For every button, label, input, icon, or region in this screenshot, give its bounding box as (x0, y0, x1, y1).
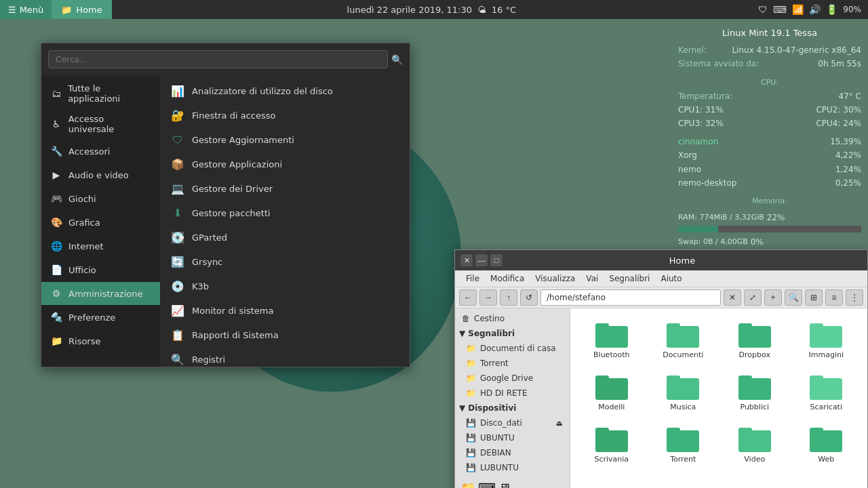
folder-icon-1 (667, 321, 699, 348)
fm-sidebar-device-0[interactable]: 💾Disco_dati ⏏ (455, 415, 570, 430)
fm-new-folder-button[interactable]: + (764, 289, 782, 306)
app-label-2: Gestore Aggiornamenti (192, 135, 294, 145)
sysinfo-panel: Linux Mint 19.1 Tessa Kernel: Linux 4.15… (678, 26, 861, 258)
app-item-1[interactable]: 🔐 Finestra di accesso (160, 103, 410, 127)
fm-menu-aiuto[interactable]: Aiuto (655, 272, 687, 285)
fm-file-dropbox[interactable]: Dropbox (720, 315, 789, 365)
fm-file-modelli[interactable]: Modelli (577, 367, 646, 417)
fm-file-documenti[interactable]: Documenti (649, 315, 718, 365)
category-item-accessibilita[interactable]: ♿ Accesso universale (41, 109, 160, 139)
fm-grid-view-button[interactable]: ⊞ (805, 289, 823, 306)
home-tab[interactable]: 📁 Home (52, 0, 111, 19)
fm-up-button[interactable]: ↑ (500, 289, 517, 306)
fm-forward-button[interactable]: → (479, 289, 497, 306)
proc4-val: 0,25% (835, 176, 861, 190)
fm-file-scrivania[interactable]: Scrivania (577, 420, 646, 469)
cat-label-accessibilita: Accesso universale (68, 114, 152, 134)
app-label-3: Gestore Applicazioni (192, 159, 282, 169)
app-item-6[interactable]: 💽 GParted (160, 225, 410, 249)
fm-sidebar-bookmarks-header[interactable]: ▼ Segnalibri (455, 326, 570, 341)
app-icon-5: ⬇ (170, 205, 185, 220)
menu-body: 🗂 Tutte le applicazioni♿ Accesso univers… (41, 75, 410, 367)
fm-file-bluetooth[interactable]: Bluetooth (577, 315, 646, 365)
fm-file-label-9: Torrent (670, 455, 696, 464)
fm-file-pubblici[interactable]: Pubblici (720, 367, 789, 417)
fm-bottom-icon-2[interactable]: 🖥 (498, 481, 511, 488)
fm-bottom-icon-1[interactable]: ⌨ (478, 481, 496, 488)
fm-menu-vai[interactable]: Vai (580, 272, 604, 285)
app-item-4[interactable]: 💻 Gestore dei Driver (160, 176, 410, 201)
fm-search-button[interactable]: 🔍 (785, 289, 802, 306)
fm-sidebar-bottom-icons: 📁⌨🖥 (455, 478, 570, 488)
fm-maximize-button[interactable]: □ (490, 254, 502, 266)
category-item-giochi[interactable]: 🎮 Giochi (41, 187, 160, 210)
app-icon-6: 💽 (170, 230, 185, 245)
cat-icon-accessibilita: ♿ (50, 117, 63, 131)
fm-menu-file[interactable]: File (460, 272, 485, 285)
category-item-preferenze[interactable]: 🔩 Preferenze (41, 306, 160, 329)
category-item-risorse[interactable]: 📁 Risorse (41, 329, 160, 352)
fm-sidebar-device-1[interactable]: 💾UBUNTU (455, 430, 570, 445)
fm-sidebar-bookmark-3[interactable]: 📁HD DI RETE (455, 386, 570, 401)
fm-menu-modifica[interactable]: Modifica (485, 272, 530, 285)
fm-compact-view-button[interactable]: ⋮ (846, 289, 863, 306)
fm-file-video[interactable]: Video (720, 420, 789, 469)
fm-address-bar[interactable]: /home/stefano (540, 289, 721, 306)
fm-file-scaricati[interactable]: Scaricati (792, 367, 861, 417)
fm-sidebar-bookmark-0[interactable]: 📁Documenti di casa (455, 341, 570, 356)
cat-label-accessori: Accessori (68, 146, 110, 157)
category-item-accessori[interactable]: 🔧 Accessori (41, 140, 160, 163)
fm-sidebar-device-3[interactable]: 💾LUBUNTU (455, 460, 570, 475)
app-item-5[interactable]: ⬇ Gestore pacchetti (160, 201, 410, 225)
fm-sidebar-bookmark-1[interactable]: 📁Torrent (455, 356, 570, 371)
fm-bottom-icon-0[interactable]: 📁 (460, 481, 475, 488)
fm-file-web[interactable]: Web (792, 420, 861, 469)
fm-close-button[interactable]: ✕ (460, 254, 473, 266)
fm-menu-segnalibri[interactable]: Segnalibri (604, 272, 655, 285)
app-label-5: Gestore pacchetti (192, 208, 271, 218)
fm-file-label-1: Documenti (663, 350, 703, 359)
category-item-ufficio[interactable]: 📄 Ufficio (41, 258, 160, 281)
fm-clear-button[interactable]: ✕ (724, 289, 741, 306)
cat-icon-all: 🗂 (50, 87, 62, 100)
fm-file-immagini[interactable]: Immagini (792, 315, 861, 365)
search-input[interactable] (48, 50, 388, 68)
app-item-9[interactable]: 📈 Monitor di sistema (160, 298, 410, 323)
menu-button[interactable]: ☰ Menù (0, 0, 52, 19)
app-item-2[interactable]: 🛡 Gestore Aggiornamenti (160, 127, 410, 152)
app-label-0: Analizzatore di utilizzo del disco (192, 86, 333, 96)
folder-icon-2 (738, 321, 771, 348)
eject-icon[interactable]: ⏏ (556, 419, 563, 428)
fm-sidebar-trash[interactable]: 🗑Cestino (455, 311, 570, 326)
app-item-7[interactable]: 🔄 Grsync (160, 249, 410, 274)
fm-sidebar-devices-header[interactable]: ▼ Dispositivi (455, 401, 570, 415)
fm-file-torrent[interactable]: Torrent (649, 420, 718, 469)
app-item-3[interactable]: 📦 Gestore Applicazioni (160, 152, 410, 176)
search-bar: 🔍 (41, 43, 410, 75)
fm-file-label-4: Modelli (598, 403, 625, 411)
category-item-all[interactable]: 🗂 Tutte le applicazioni (41, 79, 160, 108)
fm-minimize-button[interactable]: — (475, 254, 488, 266)
app-list: 📊 Analizzatore di utilizzo del disco🔐 Fi… (160, 75, 410, 367)
search-button[interactable]: 🔍 (391, 54, 403, 65)
category-item-internet[interactable]: 🌐 Internet (41, 235, 160, 258)
fm-menu-visualizza[interactable]: Visualizza (530, 272, 580, 285)
category-item-grafica[interactable]: 🎨 Grafica (41, 211, 160, 234)
fm-refresh-button[interactable]: ↺ (520, 289, 538, 306)
category-item-audiovideo[interactable]: ▶ Audio e video (41, 163, 160, 186)
folder-bm-icon: 📁 (466, 373, 476, 383)
fm-file-musica[interactable]: Musica (649, 367, 718, 417)
category-item-amministrazione[interactable]: ⚙ Amministrazione (41, 282, 160, 305)
app-item-11[interactable]: 🔍 Registri (160, 347, 410, 367)
fm-sidebar-device-2[interactable]: 💾DEBIAN (455, 445, 570, 460)
category-list: 🗂 Tutte le applicazioni♿ Accesso univers… (41, 75, 160, 367)
fm-list-view-button[interactable]: ≡ (825, 289, 843, 306)
app-item-8[interactable]: 💿 K3b (160, 274, 410, 298)
fm-view-scale-button[interactable]: ⤢ (744, 289, 762, 306)
fm-back-button[interactable]: ← (459, 289, 477, 306)
proc2-val: 4,22% (835, 148, 861, 162)
app-label-6: GParted (192, 232, 227, 243)
app-item-10[interactable]: 📋 Rapporti di Sistema (160, 323, 410, 347)
app-item-0[interactable]: 📊 Analizzatore di utilizzo del disco (160, 79, 410, 103)
fm-sidebar-bookmark-2[interactable]: 📁Google Drive (455, 371, 570, 386)
